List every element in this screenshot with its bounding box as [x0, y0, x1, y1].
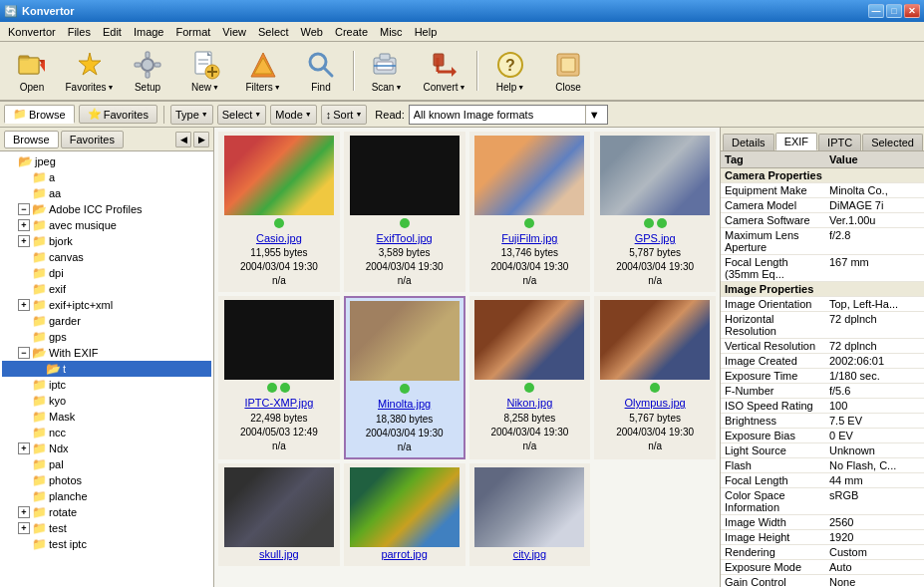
read-combo[interactable]: All known Image formats ▼ [409, 105, 608, 125]
menu-item-help[interactable]: Help [409, 24, 444, 40]
menu-item-image[interactable]: Image [128, 24, 170, 40]
thumbnail-item-2[interactable]: FujiFilm.jpg13,746 bytes2004/03/04 19:30… [469, 132, 591, 292]
tree-expand-5[interactable]: + [18, 235, 30, 247]
tree-item-canvas[interactable]: 📁canvas [2, 249, 211, 265]
type-dropdown[interactable]: Type ▼ [170, 105, 213, 125]
menu-item-select[interactable]: Select [252, 24, 295, 40]
exif-value-12: sRGB [825, 488, 924, 515]
thumbnail-item-3[interactable]: GPS.jpg5,787 bytes2004/03/04 19:30n/a [594, 132, 716, 292]
find-button[interactable]: Find [293, 44, 349, 98]
tree-expand-3[interactable]: − [18, 203, 30, 215]
tree-item-aa[interactable]: 📁aa [2, 185, 211, 201]
tree-expand-4[interactable]: + [18, 219, 30, 231]
favorites-tab[interactable]: ⭐ Favorites [79, 105, 157, 124]
tree-expand-9[interactable]: + [18, 299, 30, 311]
tree-item-exif+iptc+xml[interactable]: +📁exif+iptc+xml [2, 297, 211, 313]
open-button[interactable]: Open [4, 44, 60, 98]
exif-tag-16: Exposure Mode [721, 560, 825, 575]
maximize-button[interactable]: □ [886, 4, 902, 18]
thumbnail-image-3 [600, 136, 710, 215]
exif-value-8: 0 EV [825, 429, 924, 443]
tree-item-pal[interactable]: 📁pal [2, 456, 211, 472]
menu-item-create[interactable]: Create [329, 24, 374, 40]
browse-panel-tab[interactable]: Browse [4, 131, 59, 148]
right-panel: DetailsEXIFIPTCSelected Tag Value Camera… [720, 128, 924, 587]
thumbnail-item-4[interactable]: IPTC-XMP.jpg22,498 bytes2004/05/03 12:49… [218, 296, 340, 458]
setup-button[interactable]: Setup [120, 44, 175, 98]
tree-item-gps[interactable]: 📁gps [2, 329, 211, 345]
tree-item-test-iptc[interactable]: 📁test iptc [2, 536, 211, 552]
tree-item-rotate[interactable]: +📁rotate [2, 504, 211, 520]
thumbnail-item-5[interactable]: Minolta.jpg18,380 bytes2004/03/04 19:30n… [344, 296, 465, 458]
tree-item-a[interactable]: 📁a [2, 169, 211, 185]
read-combo-arrow[interactable]: ▼ [585, 106, 603, 124]
browse-tab[interactable]: 📁 Browse [4, 105, 75, 124]
nav-back-button[interactable]: ◀ [175, 132, 191, 147]
filters-text: Filters [245, 82, 272, 93]
sort-dropdown[interactable]: ↕ Sort ▼ [321, 105, 368, 125]
favorites-panel-tab[interactable]: Favorites [61, 131, 124, 148]
minimize-button[interactable]: — [868, 4, 884, 18]
tree-item-ncc[interactable]: 📁ncc [2, 425, 211, 440]
menu-item-files[interactable]: Files [62, 24, 97, 40]
thumbnail-item-6[interactable]: Nikon.jpg8,258 bytes2004/03/04 19:30n/a [469, 296, 591, 458]
filters-button[interactable]: Filters▼ [235, 44, 291, 98]
tree-expand-18[interactable]: + [18, 442, 30, 454]
select-dropdown[interactable]: Select ▼ [217, 105, 267, 125]
tree-expand-23[interactable]: + [18, 522, 30, 534]
tree-item-iptc[interactable]: 📁iptc [2, 377, 211, 393]
new-button[interactable]: New▼ [177, 44, 233, 98]
tree-item-planche[interactable]: 📁planche [2, 488, 211, 504]
thumbnail-item-0[interactable]: Casio.jpg11,955 bytes2004/03/04 19:30n/a [218, 132, 340, 292]
mode-dropdown[interactable]: Mode ▼ [270, 105, 316, 125]
menu-item-web[interactable]: Web [295, 24, 329, 40]
tree-item-jpeg[interactable]: 📂jpeg [2, 153, 211, 169]
thumbnail-item-10[interactable]: city.jpg [469, 463, 591, 566]
tree-item-ndx[interactable]: +📁Ndx [2, 440, 211, 456]
titlebar: 🔄 Konvertor — □ ✕ [0, 0, 924, 22]
tree-item-test[interactable]: +📁test [2, 520, 211, 536]
file-tree[interactable]: 📂jpeg📁a📁aa−📂Adobe ICC Profiles+📁avec mus… [0, 151, 213, 587]
tree-item-dpi[interactable]: 📁dpi [2, 265, 211, 281]
tree-item-photos[interactable]: 📁photos [2, 472, 211, 488]
exif-tag-5: F-Number [721, 384, 825, 399]
menu-item-misc[interactable]: Misc [374, 24, 409, 40]
menu-item-konvertor[interactable]: Konvertor [2, 24, 62, 40]
thumbnail-item-7[interactable]: Olympus.jpg5,767 bytes2004/03/04 19:30n/… [594, 296, 716, 458]
close-button[interactable]: ✕ [904, 4, 920, 18]
thumbnail-item-8[interactable]: skull.jpg [218, 463, 340, 566]
menu-item-format[interactable]: Format [169, 24, 216, 40]
close-button[interactable]: Close [540, 44, 596, 98]
tree-item-adobe-icc-profiles[interactable]: −📂Adobe ICC Profiles [2, 201, 211, 217]
scan-button[interactable]: Scan▼ [359, 44, 415, 98]
favorites-button[interactable]: Favorites▼ [62, 44, 118, 98]
thumb-dot-1 [400, 218, 410, 228]
tree-item-kyo[interactable]: 📁kyo [2, 393, 211, 409]
tree-item-avec-musique[interactable]: +📁avec musique [2, 217, 211, 233]
right-tab-selected[interactable]: Selected [862, 134, 923, 150]
thumb-info-4: IPTC-XMP.jpg22,498 bytes2004/05/03 12:49… [240, 396, 318, 452]
exif-tag-15: Rendering [721, 545, 825, 560]
help-button[interactable]: ?Help▼ [482, 44, 538, 98]
right-tab-exif[interactable]: EXIF [775, 133, 817, 150]
tree-item-garder[interactable]: 📁garder [2, 313, 211, 329]
thumbnail-visual-5 [350, 301, 460, 381]
help-dropdown-arrow: ▼ [517, 84, 524, 91]
tree-item-mask[interactable]: 📁Mask [2, 409, 211, 425]
exif-value-17: None [825, 575, 924, 588]
nav-forward-button[interactable]: ▶ [193, 132, 209, 147]
right-tab-details[interactable]: Details [723, 134, 774, 150]
tree-expand-22[interactable]: + [18, 506, 30, 518]
menu-item-edit[interactable]: Edit [97, 24, 128, 40]
tree-item-exif[interactable]: 📁exif [2, 281, 211, 297]
tree-item-t[interactable]: 📂t [2, 361, 211, 377]
tree-expand-12[interactable]: − [18, 347, 30, 359]
thumbnail-item-1[interactable]: ExifTool.jpg3,589 bytes2004/03/04 19:30n… [344, 132, 465, 292]
right-tab-iptc[interactable]: IPTC [818, 134, 861, 150]
tree-label-19: pal [49, 458, 64, 470]
tree-item-bjork[interactable]: +📁bjork [2, 233, 211, 249]
tree-item-with-exif[interactable]: −📂With EXIF [2, 345, 211, 361]
menu-item-view[interactable]: View [216, 24, 252, 40]
convert-button[interactable]: Convert▼ [417, 44, 472, 98]
thumbnail-item-9[interactable]: parrot.jpg [344, 463, 465, 566]
